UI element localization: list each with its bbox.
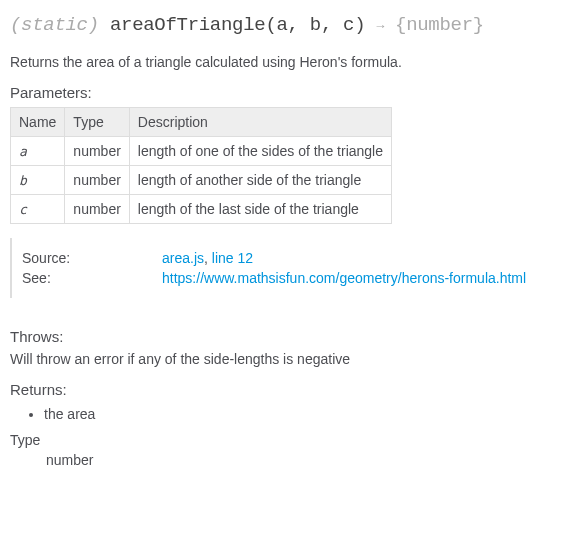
col-type: Type: [65, 108, 129, 137]
returns-block: the area Type number: [10, 406, 554, 468]
param-name: a: [11, 137, 65, 166]
returns-item: the area: [44, 406, 554, 422]
signature-params: (a, b, c): [265, 14, 365, 36]
param-type: number: [65, 166, 129, 195]
signature-attrib: (static): [10, 14, 99, 36]
method-description: Returns the area of a triangle calculate…: [10, 54, 554, 70]
param-type: number: [65, 137, 129, 166]
see-value: https://www.mathsisfun.com/geometry/hero…: [162, 268, 554, 288]
method-signature: (static) areaOfTriangle(a, b, c) → {numb…: [10, 14, 554, 36]
source-file-link[interactable]: area.js: [162, 250, 204, 266]
see-link[interactable]: https://www.mathsisfun.com/geometry/hero…: [162, 270, 526, 286]
signature-returntype: {number}: [395, 14, 484, 36]
source-value: area.js, line 12: [162, 248, 554, 268]
see-label: See:: [22, 268, 152, 288]
throws-heading: Throws:: [10, 328, 554, 345]
param-desc: length of another side of the triangle: [129, 166, 391, 195]
arrow-icon: →: [376, 19, 384, 34]
param-type: number: [65, 195, 129, 224]
table-row: c number length of the last side of the …: [11, 195, 392, 224]
parameters-table: Name Type Description a number length of…: [10, 107, 392, 224]
table-row: b number length of another side of the t…: [11, 166, 392, 195]
table-row: a number length of one of the sides of t…: [11, 137, 392, 166]
parameters-heading: Parameters:: [10, 84, 554, 101]
throws-text: Will throw an error if any of the side-l…: [10, 351, 554, 367]
col-name: Name: [11, 108, 65, 137]
source-label: Source:: [22, 248, 152, 268]
param-name: b: [11, 166, 65, 195]
col-description: Description: [129, 108, 391, 137]
param-desc: length of one of the sides of the triang…: [129, 137, 391, 166]
param-name: c: [11, 195, 65, 224]
returns-type-label: Type: [10, 432, 554, 448]
source-line-link[interactable]: line 12: [212, 250, 253, 266]
details-block: Source: area.js, line 12 See: https://ww…: [10, 238, 554, 298]
param-desc: length of the last side of the triangle: [129, 195, 391, 224]
returns-heading: Returns:: [10, 381, 554, 398]
returns-type-value: number: [46, 452, 554, 468]
signature-name: areaOfTriangle: [110, 14, 265, 36]
